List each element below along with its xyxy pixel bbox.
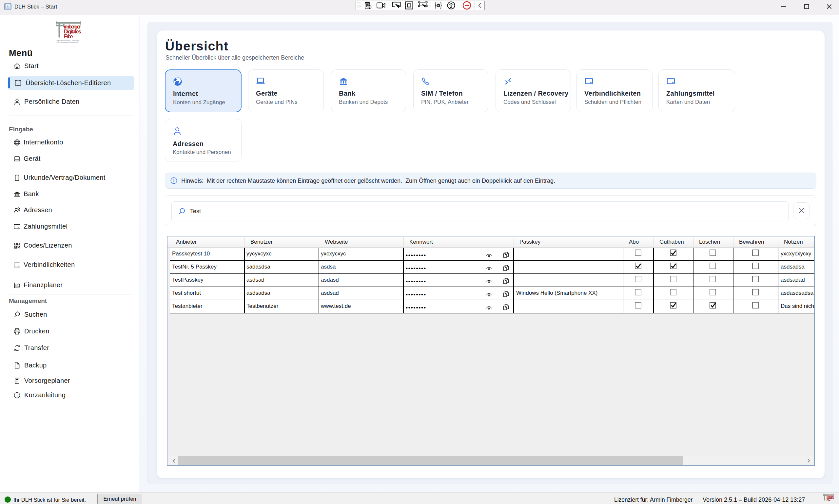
svg-text:und Erbschaftsmanagement: und Erbschaftsmanagement — [56, 41, 78, 43]
svg-text:Erbe: Erbe — [826, 499, 831, 501]
svg-text:Erbe: Erbe — [64, 33, 73, 39]
